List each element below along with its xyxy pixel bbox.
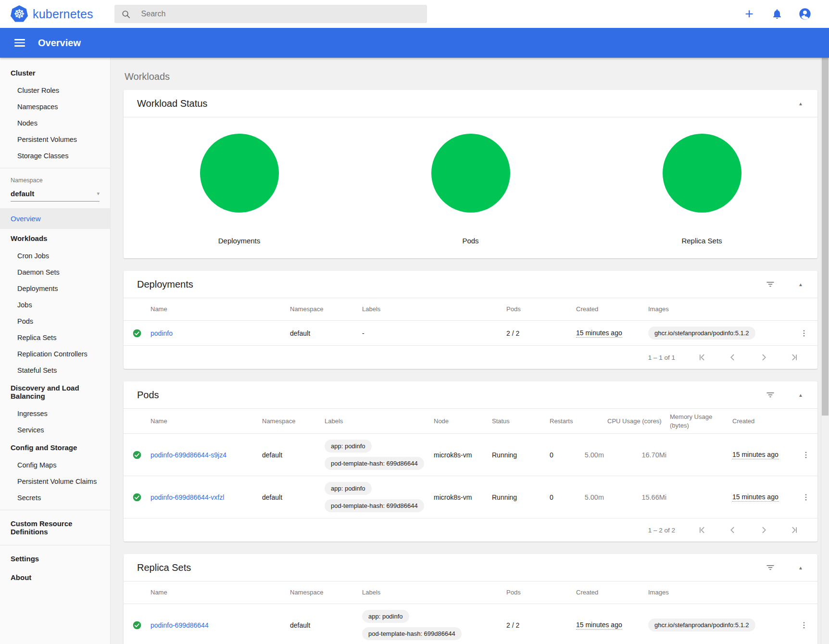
sidebar-item-ingresses[interactable]: Ingresses	[0, 405, 110, 422]
filter-list-icon	[766, 279, 775, 289]
deployments-status-donut	[200, 134, 279, 213]
filter-list-icon	[766, 563, 775, 572]
column-header: Images	[648, 301, 791, 317]
row-menu-button[interactable]	[802, 493, 810, 502]
sidebar-item-overview[interactable]: Overview	[0, 208, 110, 229]
sidebar-item-cron-jobs[interactable]: Cron Jobs	[0, 248, 110, 264]
section-title-workloads: Workloads	[125, 71, 817, 82]
sidebar-group-cluster[interactable]: Cluster	[0, 63, 110, 82]
filter-list-icon	[766, 390, 775, 400]
table-row: podinfo-699d86644-vxfzl default app: pod…	[124, 476, 817, 518]
search-input[interactable]	[141, 10, 420, 18]
replica-set-link[interactable]: podinfo-699d86644	[151, 621, 209, 629]
sidebar-item-stateful-sets[interactable]: Stateful Sets	[0, 362, 110, 379]
sidebar-item-jobs[interactable]: Jobs	[0, 297, 110, 313]
column-header: Name	[151, 301, 290, 317]
sidebar-group-workloads[interactable]: Workloads	[0, 229, 110, 248]
next-page-button[interactable]	[759, 353, 768, 362]
last-page-icon	[790, 525, 799, 535]
chevron-down-icon: ▾	[97, 190, 100, 197]
menu-hamburger-icon[interactable]	[14, 39, 25, 47]
sidebar-item-storage-classes[interactable]: Storage Classes	[0, 148, 110, 164]
brand-name: kubernetes	[33, 7, 93, 21]
label-chip: pod-template-hash: 699d86644	[325, 457, 424, 470]
cell-pods: 2 / 2	[506, 324, 576, 343]
namespace-select[interactable]: default ▾	[11, 189, 100, 202]
sidebar-divider	[0, 168, 110, 168]
sidebar-item-persistent-volumes[interactable]: Persistent Volumes	[0, 131, 110, 148]
status-ok-check-icon	[132, 492, 142, 502]
filter-button[interactable]	[766, 279, 775, 289]
last-page-icon	[790, 353, 799, 362]
vertical-scrollbar[interactable]	[821, 58, 829, 644]
scrollbar-thumb[interactable]	[822, 58, 829, 416]
pods-status-donut	[431, 134, 510, 213]
cell-node: microk8s-vm	[434, 445, 492, 465]
last-page-button[interactable]	[790, 353, 799, 362]
prev-page-button[interactable]	[728, 353, 738, 362]
sidebar-item-settings[interactable]: Settings	[0, 549, 110, 568]
table-row: podinfo default - 2 / 2 15 minutes ago g…	[124, 321, 817, 346]
top-app-bar: ☸ kubernetes +	[0, 0, 829, 28]
collapse-card-button[interactable]: ▲	[798, 392, 803, 398]
pod-link[interactable]: podinfo-699d86644-s9jz4	[151, 451, 226, 459]
prev-page-button[interactable]	[728, 525, 738, 535]
first-page-button[interactable]	[697, 525, 707, 535]
sidebar-item-services[interactable]: Services	[0, 422, 110, 438]
kebab-menu-icon	[802, 493, 810, 502]
collapse-card-button[interactable]: ▲	[798, 282, 803, 287]
card-title-deployments: Deployments	[137, 279, 193, 290]
column-header: Namespace	[290, 584, 362, 601]
create-resource-button[interactable]: +	[742, 7, 756, 21]
sidebar-item-cluster-roles[interactable]: Cluster Roles	[0, 82, 110, 99]
collapse-arrow-icon: ▲	[798, 392, 803, 398]
sidebar-item-nodes[interactable]: Nodes	[0, 115, 110, 131]
image-chip: ghcr.io/stefanprodan/podinfo:5.1.2	[648, 619, 755, 631]
sidebar-item-namespaces[interactable]: Namespaces	[0, 99, 110, 115]
sidebar-item-daemon-sets[interactable]: Daemon Sets	[0, 264, 110, 280]
next-page-button[interactable]	[759, 525, 768, 535]
row-menu-button[interactable]	[800, 621, 808, 630]
sidebar-item-replication-controllers[interactable]: Replication Controllers	[0, 346, 110, 362]
status-ok-check-icon	[132, 620, 142, 630]
cell-pods: 2 / 2	[506, 616, 576, 635]
sidebar-item-config-maps[interactable]: Config Maps	[0, 457, 110, 473]
sidebar-group-discovery[interactable]: Discovery and Load Balancing	[0, 379, 110, 405]
column-header: Created	[732, 413, 794, 429]
deployment-link[interactable]: podinfo	[151, 329, 173, 337]
first-page-button[interactable]	[697, 353, 707, 362]
column-header: Name	[151, 413, 262, 429]
sidebar-item-secrets[interactable]: Secrets	[0, 490, 110, 506]
deployments-table-header: Name Namespace Labels Pods Created Image…	[124, 298, 817, 321]
search-bar[interactable]	[114, 5, 427, 23]
collapse-card-button[interactable]: ▲	[798, 565, 803, 570]
sidebar-item-custom-resource-definitions[interactable]: Custom Resource Definitions	[0, 514, 110, 541]
sidebar-item-replica-sets[interactable]: Replica Sets	[0, 329, 110, 346]
filter-button[interactable]	[766, 390, 775, 400]
last-page-button[interactable]	[790, 525, 799, 535]
collapse-card-button[interactable]: ▲	[798, 101, 803, 106]
sidebar-group-config[interactable]: Config and Storage	[0, 438, 110, 457]
status-ok-check-icon	[132, 328, 142, 338]
plus-icon: +	[745, 7, 754, 21]
sidebar-item-pods[interactable]: Pods	[0, 313, 110, 329]
account-button[interactable]	[798, 7, 812, 21]
page-toolbar: Overview	[0, 28, 829, 58]
notifications-button[interactable]	[770, 7, 784, 21]
column-header: Labels	[362, 584, 506, 601]
row-menu-button[interactable]	[802, 451, 810, 459]
pods-donut-label: Pods	[462, 237, 478, 245]
brand[interactable]: ☸ kubernetes	[0, 5, 114, 23]
sidebar-item-deployments[interactable]: Deployments	[0, 280, 110, 297]
column-header: Labels	[325, 413, 434, 429]
sidebar-item-persistent-volume-claims[interactable]: Persistent Volume Claims	[0, 473, 110, 490]
replica-sets-status-donut	[663, 134, 741, 213]
row-menu-button[interactable]	[800, 329, 808, 338]
cell-status: Running	[492, 488, 550, 507]
kubernetes-logo-icon: ☸	[11, 5, 28, 23]
pod-link[interactable]: podinfo-699d86644-vxfzl	[151, 493, 224, 501]
cell-status: Running	[492, 445, 550, 465]
column-header: Pods	[506, 584, 576, 601]
filter-button[interactable]	[766, 563, 775, 572]
sidebar-item-about[interactable]: About	[0, 568, 110, 587]
